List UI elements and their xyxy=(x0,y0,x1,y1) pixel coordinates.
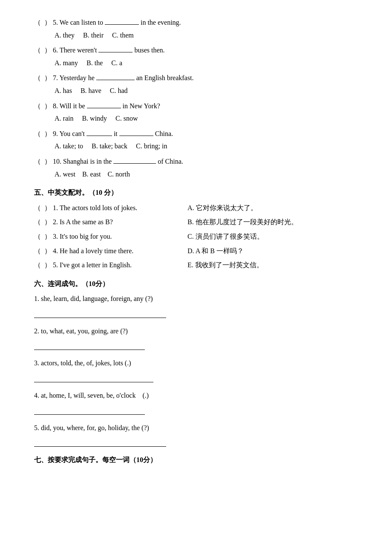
match-text-right-3: C. 演员们讲了很多笑话。 xyxy=(187,233,264,240)
q5-options: A. they B. their C. them xyxy=(55,30,358,41)
question-7: （ ） 7. Yesterday he an English breakfast… xyxy=(34,72,358,96)
reorder-answer-line-4 xyxy=(34,403,145,415)
match-item-4: （ ） 4. He had a lovely time there. D. A … xyxy=(34,246,358,257)
questions-section: （ ） 5. We can listen to in the evening. … xyxy=(34,17,358,179)
match-item-2: （ ） 2. Is A the same as B? B. 他在那儿度过了一段美… xyxy=(34,217,358,228)
question-8: （ ） 8. Will it be in New York? A. rain B… xyxy=(34,101,358,124)
q9-options: A. take; to B. take; back C. bring; in xyxy=(55,141,358,152)
reorder-text-4: 4. at, home, I, will, seven, be, o'clock… xyxy=(34,390,358,401)
section-7: 七、按要求完成句子。每空一词（10分） xyxy=(34,454,358,465)
match-right-5: E. 我收到了一封英文信。 xyxy=(187,260,358,271)
section-5-matching: 五、中英文配对。（10 分） （ ） 1. The actors told lo… xyxy=(34,187,358,271)
q10-option-b: B. east xyxy=(82,171,106,178)
reorder-answer-line-2 xyxy=(34,338,145,350)
q5-text: 5. We can listen to in the evening. xyxy=(53,17,181,28)
question-9: （ ） 9. You can't it China. A. take; to B… xyxy=(34,128,358,152)
match-left-4: （ ） 4. He had a lovely time there. xyxy=(34,246,187,257)
section-6-reorder: 六、连词成句。（10分） 1. she, learn, did, languag… xyxy=(34,278,358,447)
match-paren-3: （ ） xyxy=(34,233,51,240)
q9-option-a: A. take; to xyxy=(55,142,90,150)
q7-options: A. has B. have C. had xyxy=(55,85,358,96)
match-text-right-1: A. 它对你来说太大了。 xyxy=(187,204,257,211)
match-paren-5: （ ） xyxy=(34,261,51,269)
reorder-text-3: 3. actors, told, the, of, jokes, lots (.… xyxy=(34,358,358,369)
q10-option-c: C. north xyxy=(107,171,130,178)
match-item-3: （ ） 3. It's too big for you. C. 演员们讲了很多笑… xyxy=(34,231,358,242)
section5-title: 五、中英文配对。（10 分） xyxy=(34,187,358,198)
q8-option-c: C. snow xyxy=(115,115,138,122)
q7-option-b: B. have xyxy=(81,87,108,94)
section7-title: 七、按要求完成句子。每空一词（10分） xyxy=(34,454,358,465)
q8-option-b: B. windy xyxy=(82,115,114,122)
match-right-1: A. 它对你来说太大了。 xyxy=(187,202,358,214)
reorder-item-3: 3. actors, told, the, of, jokes, lots (.… xyxy=(34,358,358,382)
match-text-right-4: D. A 和 B 一样吗？ xyxy=(187,247,244,254)
match-text-left-1: 1. The actors told lots of jokes. xyxy=(53,204,137,211)
q5-option-b: B. their xyxy=(83,32,110,39)
match-text-right-2: B. 他在那儿度过了一段美好的时光。 xyxy=(187,218,298,225)
q6-options: A. many B. the C. a xyxy=(55,58,358,69)
match-text-left-4: 4. He had a lovely time there. xyxy=(53,247,133,254)
q8-paren: （ ） xyxy=(34,101,51,112)
match-text-right-5: E. 我收到了一封英文信。 xyxy=(187,261,263,269)
match-left-2: （ ） 2. Is A the same as B? xyxy=(34,217,187,228)
match-paren-2: （ ） xyxy=(34,218,51,225)
match-text-left-5: 5. I've got a letter in English. xyxy=(53,261,132,269)
reorder-item-2: 2. to, what, eat, you, going, are (?) xyxy=(34,326,358,350)
q7-paren: （ ） xyxy=(34,72,51,84)
q10-paren: （ ） xyxy=(34,156,51,167)
reorder-text-1: 1. she, learn, did, language, foreign, a… xyxy=(34,293,358,304)
q10-options: A. west B. east C. north xyxy=(55,169,358,180)
q5-paren: （ ） xyxy=(34,17,51,28)
match-left-3: （ ） 3. It's too big for you. xyxy=(34,231,187,242)
q6-text: 6. There weren't buses then. xyxy=(53,45,165,56)
q9-option-c: C. bring; in xyxy=(136,142,167,150)
question-5: （ ） 5. We can listen to in the evening. … xyxy=(34,17,358,40)
q5-option-a: A. they xyxy=(55,32,81,39)
q10-option-a: A. west xyxy=(55,171,81,178)
reorder-text-2: 2. to, what, eat, you, going, are (?) xyxy=(34,326,358,337)
match-text-left-2: 2. Is A the same as B? xyxy=(53,218,113,225)
question-6: （ ） 6. There weren't buses then. A. many… xyxy=(34,45,358,68)
q8-option-a: A. rain xyxy=(55,115,80,122)
reorder-text-5: 5. did, you, where, for, go, holiday, th… xyxy=(34,422,358,434)
q7-option-a: A. has xyxy=(55,87,79,94)
match-paren-4: （ ） xyxy=(34,247,51,254)
q5-option-c: C. them xyxy=(112,32,134,39)
q6-option-c: C. a xyxy=(111,59,122,66)
reorder-answer-line-1 xyxy=(34,306,166,318)
reorder-item-1: 1. she, learn, did, language, foreign, a… xyxy=(34,293,358,318)
section6-title: 六、连词成句。（10分） xyxy=(34,278,358,289)
match-paren-1: （ ） xyxy=(34,204,51,211)
q9-text: 9. You can't it China. xyxy=(53,128,173,139)
q6-option-a: A. many xyxy=(55,59,85,66)
match-right-2: B. 他在那儿度过了一段美好的时光。 xyxy=(187,217,358,228)
q8-options: A. rain B. windy C. snow xyxy=(55,113,358,124)
q10-text: 10. Shanghai is in the of China. xyxy=(53,156,183,167)
match-left-1: （ ） 1. The actors told lots of jokes. xyxy=(34,202,187,214)
q7-text: 7. Yesterday he an English breakfast. xyxy=(53,72,193,84)
q6-paren: （ ） xyxy=(34,45,51,56)
match-left-5: （ ） 5. I've got a letter in English. xyxy=(34,260,187,271)
match-text-left-3: 3. It's too big for you. xyxy=(53,233,112,240)
reorder-item-5: 5. did, you, where, for, go, holiday, th… xyxy=(34,422,358,447)
match-right-4: D. A 和 B 一样吗？ xyxy=(187,246,358,257)
q9-option-b: B. take; back xyxy=(92,142,134,150)
match-right-3: C. 演员们讲了很多笑话。 xyxy=(187,231,358,242)
match-item-5: （ ） 5. I've got a letter in English. E. … xyxy=(34,260,358,271)
reorder-answer-line-5 xyxy=(34,435,166,447)
reorder-answer-line-3 xyxy=(34,370,153,382)
q8-text: 8. Will it be in New York? xyxy=(53,101,160,112)
q7-option-c: C. had xyxy=(110,87,128,94)
match-item-1: （ ） 1. The actors told lots of jokes. A.… xyxy=(34,202,358,214)
q9-paren: （ ） xyxy=(34,128,51,139)
question-10: （ ） 10. Shanghai is in the of China. A. … xyxy=(34,156,358,179)
reorder-item-4: 4. at, home, I, will, seven, be, o'clock… xyxy=(34,390,358,415)
q6-option-b: B. the xyxy=(86,59,110,66)
